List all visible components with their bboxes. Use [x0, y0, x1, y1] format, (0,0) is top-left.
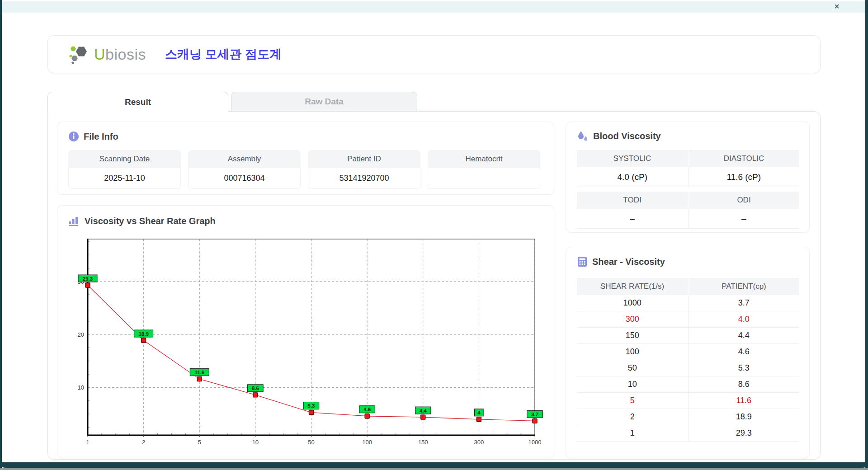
window-frame-bottom	[0, 462, 868, 468]
table-row-shear-150: 1504.4	[577, 328, 799, 344]
bv-value-odi: –	[688, 209, 800, 229]
sv-header-row: SHEAR RATE(1/s)PATIENT(cp)	[577, 278, 799, 295]
svg-text:150: 150	[418, 439, 428, 446]
svg-text:11.6: 11.6	[194, 370, 204, 375]
svg-text:1: 1	[86, 439, 89, 446]
sv-patient-value: 18.9	[688, 409, 800, 425]
field-value: 53141920700	[308, 168, 420, 189]
window-titlebar	[2, 1, 865, 13]
header-card: Ubiosis 스캐닝 모세관 점도계	[47, 35, 821, 73]
svg-text:5.3: 5.3	[308, 403, 315, 409]
sv-shear-value: 1	[577, 425, 688, 441]
svg-text:29.3: 29.3	[83, 276, 93, 282]
field-label: Patient ID	[308, 150, 420, 168]
tab-result[interactable]: Result	[47, 92, 228, 112]
svg-text:3.7: 3.7	[531, 412, 538, 417]
sv-shear-value: 50	[577, 360, 688, 376]
calculator-icon	[577, 256, 588, 267]
window-frame-left	[0, 0, 2, 470]
svg-text:1000: 1000	[528, 439, 542, 446]
file-info-field-patient-id: Patient ID53141920700	[308, 150, 420, 189]
svg-text:4: 4	[477, 410, 481, 415]
svg-text:20: 20	[78, 331, 84, 338]
chart-area: 1020301251050100150300100029.318.911.68.…	[67, 234, 545, 451]
graph-header: Viscosity vs Shear Rate Graph	[68, 216, 216, 226]
sv-shear-value: 150	[577, 328, 688, 343]
sv-shear-value: 2	[577, 409, 688, 425]
water-drops-icon	[577, 130, 589, 142]
svg-text:18.9: 18.9	[138, 331, 148, 337]
brand-logo: Ubiosis	[68, 43, 146, 65]
bv-value-row: ––	[577, 209, 799, 229]
sv-shear-value: 100	[577, 344, 688, 360]
shear-viscosity-table: SHEAR RATE(1/s)PATIENT(cp)10003.73004.01…	[577, 278, 799, 442]
field-label: Hematocrit	[428, 150, 540, 168]
tab-raw-data[interactable]: Raw Data	[231, 92, 417, 111]
bv-header-row: SYSTOLICDIASTOLIC	[577, 150, 799, 167]
app-title: 스캐닝 모세관 점도계	[165, 46, 282, 62]
bv-label-odi: ODI	[688, 192, 799, 209]
section-title: Shear - Viscosity	[592, 257, 665, 267]
sv-column-shear-rate-1-s: SHEAR RATE(1/s)	[577, 278, 688, 295]
close-icon[interactable]: ×	[831, 1, 843, 12]
sv-patient-value: 8.6	[688, 376, 800, 392]
sv-column-patient-cp: PATIENT(cp)	[688, 278, 799, 295]
file-info-fields: Scanning Date2025-11-10Assembly000716304…	[68, 150, 540, 189]
blood-viscosity-table: SYSTOLICDIASTOLIC4.0 (cP)11.6 (cP)TODIOD…	[577, 150, 799, 229]
table-row-shear-5: 511.6	[577, 393, 799, 409]
hexagon-logo-icon	[68, 43, 90, 65]
table-row-shear-2: 218.9	[577, 409, 799, 425]
bar-chart-icon	[68, 216, 80, 226]
sv-patient-value: 4.4	[688, 328, 800, 343]
tab-bar: Result Raw Data	[47, 92, 417, 112]
sv-patient-value: 5.3	[688, 360, 800, 376]
bv-value-systolic: 4.0 (cP)	[577, 167, 688, 187]
sv-patient-value: 29.3	[688, 425, 800, 441]
section-title: Blood Viscosity	[593, 131, 661, 141]
sv-patient-value: 4.6	[688, 344, 800, 360]
sv-patient-value: 11.6	[688, 393, 800, 409]
section-title: File Info	[84, 132, 118, 142]
brand-text: Ubiosis	[94, 46, 146, 63]
blood-viscosity-card: Blood Viscosity SYSTOLICDIASTOLIC4.0 (cP…	[566, 122, 810, 233]
table-row-shear-1000: 10003.7	[577, 295, 799, 311]
file-info-card: File Info Scanning Date2025-11-10Assembl…	[57, 122, 554, 195]
field-value: 000716304	[188, 168, 301, 189]
bv-value-row: 4.0 (cP)11.6 (cP)	[577, 167, 799, 187]
file-info-field-assembly: Assembly000716304	[188, 150, 301, 189]
taskbar-strip	[0, 468, 868, 470]
bv-value-diastolic: 11.6 (cP)	[688, 167, 800, 187]
shear-viscosity-header: Shear - Viscosity	[577, 256, 665, 267]
table-row-shear-100: 1004.6	[577, 344, 799, 360]
field-label: Assembly	[188, 150, 301, 168]
table-row-shear-300: 3004.0	[577, 311, 799, 328]
svg-text:10: 10	[78, 384, 84, 391]
svg-text:10: 10	[252, 439, 259, 446]
info-icon	[68, 131, 79, 142]
blood-viscosity-header: Blood Viscosity	[577, 130, 661, 142]
file-info-field-hematocrit: Hematocrit	[428, 150, 540, 189]
svg-text:50: 50	[308, 439, 314, 446]
sv-shear-value: 1000	[577, 295, 688, 311]
bv-value-todi: –	[577, 209, 688, 229]
bv-header-row: TODIODI	[577, 192, 799, 209]
field-value: 2025-11-10	[68, 168, 181, 189]
content-panel: File Info Scanning Date2025-11-10Assembl…	[47, 111, 821, 460]
file-info-field-scanning-date: Scanning Date2025-11-10	[68, 150, 181, 189]
svg-text:300: 300	[474, 439, 484, 446]
bv-label-todi: TODI	[577, 192, 688, 209]
sv-shear-value: 300	[577, 311, 688, 327]
table-row-shear-10: 108.6	[577, 376, 799, 393]
svg-text:4.6: 4.6	[363, 407, 371, 412]
viscosity-chart: 1020301251050100150300100029.318.911.68.…	[67, 234, 545, 450]
graph-card: Viscosity vs Shear Rate Graph 1020301251…	[57, 205, 554, 458]
bv-label-diastolic: DIASTOLIC	[688, 150, 799, 167]
table-row-shear-1: 129.3	[577, 425, 799, 442]
section-title: Viscosity vs Shear Rate Graph	[85, 216, 216, 226]
window-frame-right	[865, 0, 868, 470]
sv-shear-value: 10	[577, 376, 688, 392]
svg-text:2: 2	[142, 439, 145, 446]
field-value	[428, 168, 540, 189]
svg-text:100: 100	[362, 439, 372, 446]
table-row-shear-50: 505.3	[577, 360, 799, 376]
